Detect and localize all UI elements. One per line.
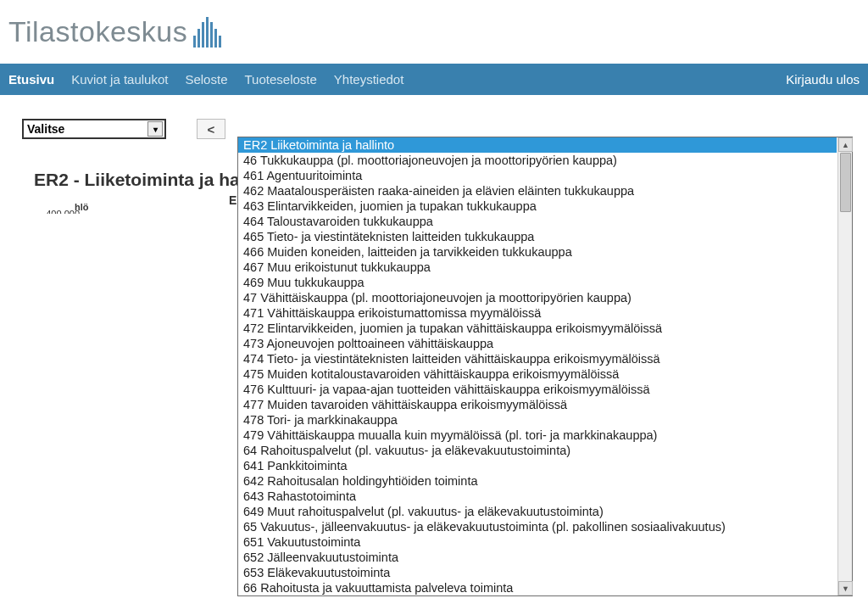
toolbar: Valitse ▾ < [0,95,868,139]
nav-yhteystiedot[interactable]: Yhteystiedot [334,72,404,87]
nav-kuviot[interactable]: Kuviot ja taulukot [71,72,168,87]
y-tick: 400 000 [34,209,80,214]
chevron-down-icon: ▾ [147,121,163,137]
dropdown-item[interactable]: 463 Elintarvikkeiden, juomien ja tupakan… [238,198,837,214]
dropdown-item[interactable]: ER2 Liiketoiminta ja hallinto [238,137,837,153]
scroll-up-icon[interactable]: ▲ [838,137,853,152]
dropdown-item[interactable]: 461 Agentuuritoiminta [238,168,837,183]
logout-link[interactable]: Kirjaudu ulos [786,72,860,87]
group-select-value: Valitse [27,122,64,136]
back-button[interactable]: < [197,119,225,139]
header: Tilastokeskus [0,0,868,64]
scroll-thumb[interactable] [840,153,851,212]
dropdown-scrollbar[interactable]: ▲ ▼ [837,137,852,214]
dropdown-item[interactable]: 462 Maatalousperäisten raaka-aineiden ja… [238,183,837,198]
nav-etusivu[interactable]: Etusivu [8,72,54,87]
dropdown-item[interactable]: 46 Tukkukauppa (pl. moottoriajoneuvojen … [238,153,837,168]
brand-name: Tilastokeskus [8,15,187,48]
brand-logo-icon [192,17,222,48]
nav-tuoteseloste[interactable]: Tuoteseloste [244,72,316,87]
nav-seloste[interactable]: Seloste [185,72,227,87]
group-select[interactable]: Valitse ▾ [22,119,166,139]
navbar: Etusivu Kuviot ja taulukot Seloste Tuote… [0,64,868,95]
category-dropdown[interactable]: ER2 Liiketoiminta ja hallinto46 Tukkukau… [237,137,853,214]
